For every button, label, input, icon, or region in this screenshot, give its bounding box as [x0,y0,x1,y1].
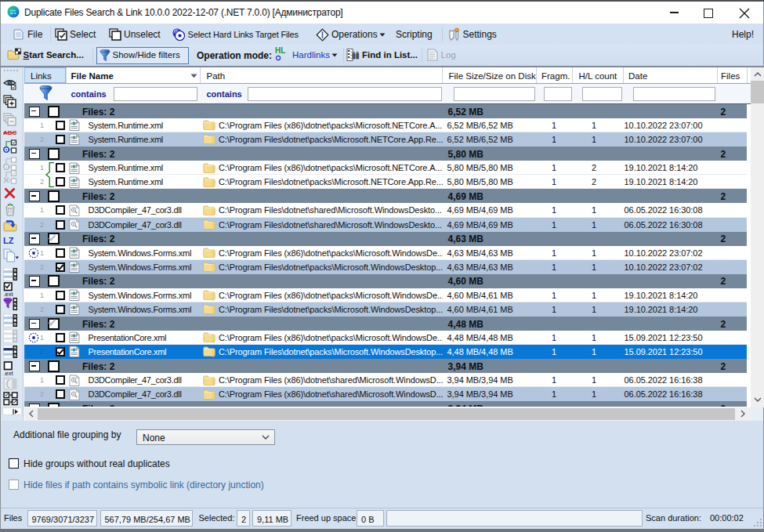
svg-text:.ext: .ext [4,291,14,297]
svg-text:.ext: .ext [4,370,14,376]
